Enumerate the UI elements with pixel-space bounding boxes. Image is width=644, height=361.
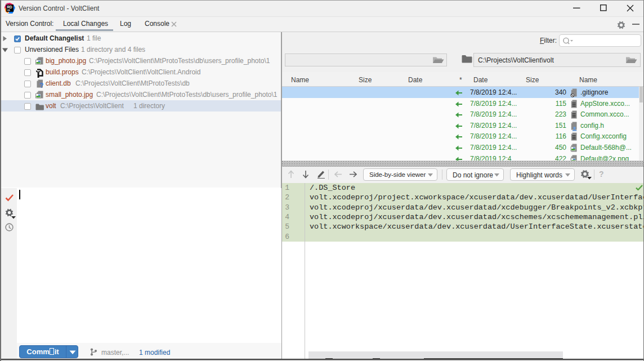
svg-text:RD: RD xyxy=(7,5,12,9)
svg-text:?: ? xyxy=(39,82,43,88)
